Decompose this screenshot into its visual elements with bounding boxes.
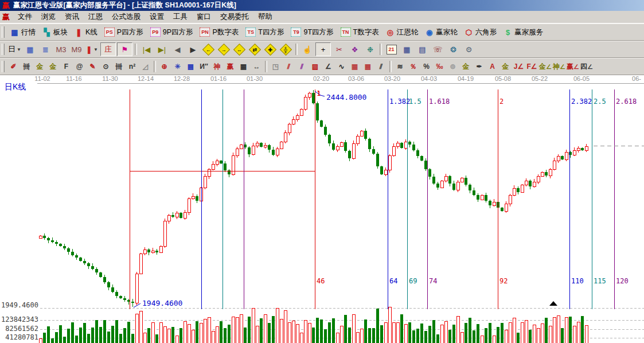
gann-grid-icon[interactable]: ▩ bbox=[185, 60, 197, 73]
crosshair-tool-icon[interactable]: + bbox=[315, 42, 331, 56]
pct-icon[interactable]: % bbox=[420, 60, 432, 73]
menu-item-5[interactable]: 设置 bbox=[145, 11, 169, 22]
grid-red2-icon[interactable]: ▩ bbox=[362, 60, 374, 73]
gann-wheel-button[interactable]: ◎江恩轮 bbox=[383, 26, 422, 38]
gann-star-icon[interactable]: ✳ bbox=[171, 60, 184, 73]
t-number-button[interactable]: TNT数字表 bbox=[337, 26, 383, 38]
menu-item-2[interactable]: 资讯 bbox=[60, 11, 84, 22]
zoom-right-icon[interactable]: → bbox=[217, 43, 231, 56]
gold-ring-icon[interactable]: ⊚ bbox=[447, 60, 459, 73]
gann-circle-icon[interactable]: ⊕ bbox=[158, 60, 170, 73]
report-view-icon[interactable]: ≣ bbox=[38, 43, 53, 56]
banker-icon[interactable]: 庄 bbox=[100, 42, 116, 56]
time-circle-icon[interactable]: ⊙ bbox=[100, 60, 112, 73]
wave-mark-icon[interactable]: И″ bbox=[198, 60, 210, 73]
candle-style-icon[interactable]: ❚▼ bbox=[85, 43, 99, 56]
menu-item-0[interactable]: 文件 bbox=[13, 11, 37, 22]
notes-icon[interactable]: ▤ bbox=[415, 43, 430, 56]
hand-tool-icon[interactable]: ☝ bbox=[300, 43, 314, 56]
gold-div-icon[interactable]: 金 bbox=[34, 60, 46, 73]
window-layout-icon[interactable]: ▦ bbox=[23, 43, 37, 56]
gold-angle-icon[interactable]: 金∠ bbox=[539, 60, 552, 73]
menu-item-7[interactable]: 窗口 bbox=[192, 11, 216, 22]
shen-angle-icon[interactable]: 神∠ bbox=[553, 60, 565, 73]
flag-icon[interactable]: ⚑ bbox=[117, 42, 132, 56]
zoom-full-icon[interactable]: ╬ bbox=[279, 43, 293, 56]
spiral-icon[interactable]: @ bbox=[73, 60, 85, 73]
fan-grid-icon[interactable]: ▨ bbox=[309, 60, 321, 73]
j-angle-icon[interactable]: J∠ bbox=[513, 60, 525, 73]
time-div-icon[interactable]: 卌 bbox=[21, 60, 33, 73]
calendar-icon[interactable]: 21 bbox=[384, 43, 399, 56]
hexagon-button[interactable]: ⬡六角形 bbox=[461, 26, 501, 38]
dropdown-arrow-icon[interactable]: ▼ bbox=[93, 47, 98, 52]
sector-button[interactable]: ▚板块 bbox=[39, 26, 71, 38]
zoom-all-icon[interactable]: ✚ bbox=[263, 43, 278, 56]
first-page-icon[interactable]: |◀ bbox=[139, 43, 154, 56]
prev-icon[interactable]: ◀ bbox=[170, 43, 185, 56]
ma9-icon[interactable]: M9 bbox=[69, 43, 84, 56]
t9-square-button[interactable]: T99T四方形 bbox=[287, 26, 337, 38]
t-square-button[interactable]: TST四方形 bbox=[242, 26, 287, 38]
price-lines-icon[interactable]: A bbox=[486, 60, 498, 73]
zoom-left-icon[interactable]: ← bbox=[201, 43, 216, 56]
period-day-selector[interactable]: 日▼ bbox=[7, 43, 22, 56]
price-div-icon[interactable]: 卌 bbox=[113, 60, 125, 73]
brush-icon[interactable]: ✒ bbox=[473, 60, 485, 73]
menu-item-3[interactable]: 江恩 bbox=[84, 11, 107, 22]
zoom-h-icon[interactable]: ↔ bbox=[232, 43, 247, 56]
angle-measure-icon[interactable]: ◿ bbox=[139, 60, 151, 73]
kline-button[interactable]: ❚K线 bbox=[71, 26, 101, 38]
gold-div2-icon[interactable]: 金 bbox=[47, 60, 59, 73]
grid-123-icon[interactable]: ▦ bbox=[237, 60, 249, 73]
toolbar-grip[interactable] bbox=[2, 26, 5, 38]
order-icon[interactable]: ⚙ bbox=[462, 43, 476, 56]
next-icon[interactable]: ▶ bbox=[186, 43, 200, 56]
gold-line2-icon[interactable]: 金 bbox=[499, 60, 512, 73]
pct7-icon[interactable]: ％ bbox=[407, 60, 419, 73]
p9-square-button[interactable]: P99P四方形 bbox=[147, 26, 197, 38]
draw-pen-icon[interactable]: ✐ bbox=[7, 60, 19, 73]
last-page-icon[interactable]: ▶| bbox=[155, 43, 169, 56]
quote-button[interactable]: ▦行情 bbox=[7, 26, 39, 38]
menu-item-4[interactable]: 公式选股 bbox=[107, 11, 145, 22]
shen-tool-icon[interactable]: 神 bbox=[211, 60, 223, 73]
gann-bars-icon[interactable]: ≋ bbox=[394, 60, 406, 73]
n2-icon[interactable]: n² bbox=[126, 60, 138, 73]
menu-item-1[interactable]: 浏览 bbox=[37, 11, 60, 22]
gann-shape-tool-icon[interactable]: ❖ bbox=[348, 43, 362, 56]
gold-line-icon[interactable]: 金 bbox=[460, 60, 472, 73]
p-number-button[interactable]: PNP数字表 bbox=[196, 26, 242, 38]
span-measure-icon[interactable]: ↔ bbox=[251, 60, 263, 73]
network-icon[interactable]: ❂ bbox=[446, 43, 460, 56]
service-button[interactable]: $赢家服务 bbox=[500, 26, 547, 38]
erase-tool-icon[interactable]: ✂ bbox=[332, 43, 346, 56]
calculator-icon[interactable]: ▦ bbox=[400, 43, 414, 56]
pct-line-icon[interactable]: ‰ bbox=[434, 60, 446, 73]
fan-purple-icon[interactable]: ⫽ bbox=[296, 60, 308, 73]
box-tool-icon[interactable]: ◳ bbox=[270, 60, 282, 73]
kline-chart[interactable]: 11-0211-1611-3012-1412-2801-1601-3002-20… bbox=[0, 75, 644, 343]
dropdown-arrow-icon[interactable]: ▼ bbox=[17, 47, 21, 52]
fan-red-icon[interactable]: ⫽ bbox=[283, 60, 295, 73]
zigzag-icon[interactable]: ∿ bbox=[335, 60, 348, 73]
wave-tool-icon[interactable]: ❉ bbox=[363, 43, 377, 56]
child-window-logo-icon[interactable]: 赢 bbox=[0, 12, 13, 22]
trend-angle-icon[interactable]: ∠ bbox=[322, 60, 334, 73]
winner-wheel-button[interactable]: ◉赢家轮 bbox=[421, 26, 461, 38]
menu-item-8[interactable]: 交易委托 bbox=[216, 11, 253, 22]
draw-pen2-icon[interactable]: ✎ bbox=[87, 60, 99, 73]
zoom-swap-icon[interactable]: ⇄ bbox=[248, 43, 262, 56]
grid-red-icon[interactable]: ▦ bbox=[349, 60, 361, 73]
parallel-lines-icon[interactable]: ⫽ bbox=[375, 60, 387, 73]
ma3-icon[interactable]: M3 bbox=[54, 43, 68, 56]
menu-item-9[interactable]: 帮助 bbox=[253, 11, 277, 22]
ying-tool-icon[interactable]: 赢 bbox=[224, 60, 236, 73]
ying-angle-icon[interactable]: 赢∠ bbox=[567, 60, 579, 73]
toolbar-grip[interactable] bbox=[2, 61, 5, 72]
p-square-button[interactable]: PSP四方形 bbox=[101, 26, 147, 38]
save-phone-icon[interactable]: ☏ bbox=[431, 43, 445, 56]
si-angle-icon[interactable]: 四∠ bbox=[580, 60, 593, 73]
menu-item-6[interactable]: 工具 bbox=[169, 11, 192, 22]
fib-div-icon[interactable]: F bbox=[60, 60, 72, 73]
